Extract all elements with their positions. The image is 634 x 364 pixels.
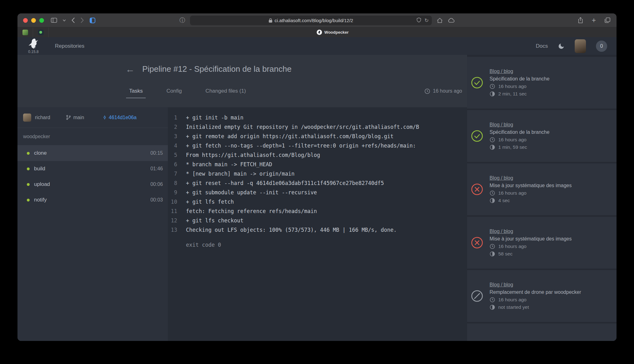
line-number: 6 bbox=[168, 160, 177, 169]
line-text: fetch: Fetching reference refs/heads/mai… bbox=[177, 206, 317, 216]
build-list-item[interactable]: Blog / blog Remplacement de drone par wo… bbox=[467, 270, 617, 322]
app-body: ← Pipeline #12 - Spécification de la bra… bbox=[17, 55, 617, 341]
line-number: 11 bbox=[168, 206, 177, 216]
woodpecker-app: 0.15.8 Repositories Docs 0 ← bbox=[17, 37, 617, 341]
status-failure-icon bbox=[471, 183, 483, 196]
build-duration: 58 sec bbox=[498, 251, 513, 257]
build-repo-link[interactable]: Blog / blog bbox=[490, 282, 581, 288]
woodpecker-logo[interactable]: 0.15.8 bbox=[27, 38, 40, 54]
build-repo-link[interactable]: Blog / blog bbox=[490, 69, 549, 74]
line-text: + git lfs checkout bbox=[177, 216, 243, 225]
dark-mode-toggle-icon[interactable] bbox=[558, 43, 565, 50]
build-time-ago: 16 hours ago bbox=[498, 137, 527, 143]
forward-button[interactable] bbox=[80, 17, 84, 23]
console-output[interactable]: 1+ git init -b main 2Initialized empty G… bbox=[168, 107, 467, 341]
build-list-item[interactable]: Blog / blog Mise à jour systématique des… bbox=[467, 217, 617, 269]
step-status-dot bbox=[27, 152, 30, 155]
line-text: + git lfs fetch bbox=[177, 197, 234, 206]
duration-icon bbox=[490, 198, 495, 203]
build-list-item[interactable]: Blog / blog Spécification de la branche … bbox=[467, 57, 617, 109]
console-line: 5From https://git.athaliasoft.com/Blog/b… bbox=[168, 150, 467, 160]
line-number: 10 bbox=[168, 197, 177, 206]
step-row-clone[interactable]: clone 00:15 bbox=[17, 145, 168, 161]
step-duration: 00:03 bbox=[150, 197, 163, 203]
tab-tasks[interactable]: Tasks bbox=[129, 88, 143, 94]
user-badge[interactable]: 0 bbox=[596, 41, 607, 52]
commit-icon bbox=[102, 114, 107, 120]
workflow-label: woodpecker bbox=[17, 128, 168, 145]
build-repo-link[interactable]: Blog / blog bbox=[490, 175, 572, 181]
branch-icon bbox=[66, 114, 71, 120]
tab-changed-files[interactable]: Changed files (1) bbox=[206, 88, 246, 94]
extensions-icon[interactable] bbox=[417, 17, 421, 23]
commit-hash[interactable]: 4614d1e06a bbox=[109, 115, 137, 120]
steps-panel: richard main 4614d1e06a woodp bbox=[17, 107, 168, 341]
line-number: 5 bbox=[168, 150, 177, 160]
build-repo-link[interactable]: Blog / blog bbox=[490, 122, 549, 128]
active-tab[interactable]: Woodpecker bbox=[49, 27, 617, 37]
build-list-item[interactable]: Blog / blog bbox=[467, 323, 617, 341]
line-number: 7 bbox=[168, 169, 177, 178]
nav-repositories-link[interactable]: Repositories bbox=[55, 43, 85, 49]
build-list-item[interactable]: Blog / blog Mise à jour systématique des… bbox=[467, 163, 617, 215]
pinned-tab-1[interactable] bbox=[17, 27, 33, 37]
clock-icon bbox=[490, 244, 495, 249]
pinned-tab-2[interactable] bbox=[33, 27, 49, 37]
clock-icon bbox=[490, 190, 495, 196]
status-success-icon bbox=[471, 76, 483, 89]
line-number: 12 bbox=[168, 216, 177, 225]
minimize-window-button[interactable] bbox=[31, 18, 36, 23]
console-line: 10+ git lfs fetch bbox=[168, 197, 467, 206]
close-window-button[interactable] bbox=[23, 18, 28, 23]
step-duration: 00:15 bbox=[150, 150, 163, 156]
tab-config[interactable]: Config bbox=[166, 88, 182, 94]
build-duration: 4 sec bbox=[498, 198, 510, 203]
pipeline-header: ← Pipeline #12 - Spécification de la bra… bbox=[17, 55, 467, 107]
home-icon[interactable] bbox=[437, 18, 443, 23]
exit-code: exit code 0 bbox=[168, 240, 467, 250]
docs-link[interactable]: Docs bbox=[536, 43, 548, 49]
page-info-icon[interactable]: ⓘ bbox=[179, 17, 185, 24]
address-bar[interactable]: ci.athaliasoft.com/Blog/blog/build/12/2 … bbox=[190, 16, 432, 25]
pipeline-title: Pipeline #12 - Spécification de la branc… bbox=[142, 64, 291, 74]
zoom-window-button[interactable] bbox=[39, 18, 44, 23]
sidebar-toggle-icon[interactable] bbox=[51, 18, 57, 23]
line-text: Checking out LFS objects: 100% (573/573)… bbox=[177, 225, 397, 235]
cloud-icon[interactable] bbox=[448, 18, 455, 23]
build-repo-link[interactable]: Blog / blog bbox=[490, 229, 572, 234]
build-duration: not started yet bbox=[498, 304, 529, 310]
line-text: + git reset --hard -q 4614d1e06a3dabf311… bbox=[177, 178, 384, 188]
build-duration: 2 min, 11 sec bbox=[498, 91, 527, 97]
back-button[interactable] bbox=[71, 17, 75, 23]
line-number: 4 bbox=[168, 141, 177, 150]
user-avatar[interactable] bbox=[575, 39, 586, 53]
window-controls bbox=[23, 18, 44, 23]
step-row-notify[interactable]: notify 00:03 bbox=[17, 192, 168, 208]
step-name: upload bbox=[34, 181, 50, 187]
build-message: Spécification de la branche bbox=[490, 129, 549, 135]
tab-group-icon[interactable] bbox=[90, 17, 95, 23]
back-arrow-icon[interactable]: ← bbox=[125, 65, 135, 74]
share-icon[interactable] bbox=[578, 17, 583, 23]
step-row-upload[interactable]: upload 00:06 bbox=[17, 177, 168, 192]
build-duration: 1 min, 59 sec bbox=[498, 144, 527, 150]
reload-icon[interactable]: ↻ bbox=[425, 17, 429, 23]
step-duration: 01:46 bbox=[150, 166, 163, 172]
console-line: 11fetch: Fetching reference refs/heads/m… bbox=[168, 206, 467, 216]
branch-name[interactable]: main bbox=[73, 115, 84, 120]
console-line: 2Initialized empty Git repository in /wo… bbox=[168, 122, 467, 132]
step-row-build[interactable]: build 01:46 bbox=[17, 161, 168, 177]
chevron-down-icon[interactable] bbox=[63, 19, 66, 22]
line-number: 13 bbox=[168, 225, 177, 235]
console-line: 8+ git reset --hard -q 4614d1e06a3dabf31… bbox=[168, 178, 467, 188]
new-tab-icon[interactable]: + bbox=[592, 16, 596, 25]
tab-overview-icon[interactable] bbox=[605, 17, 610, 23]
line-number: 8 bbox=[168, 178, 177, 188]
build-message: Mise à jour systématique des images bbox=[490, 236, 572, 242]
build-time-ago: 16 hours ago bbox=[498, 297, 527, 303]
duration-icon bbox=[490, 304, 495, 310]
url-text: ci.athaliasoft.com/Blog/blog/build/12/2 bbox=[275, 18, 353, 23]
active-tab-title: Woodpecker bbox=[324, 30, 349, 35]
build-list-item[interactable]: Blog / blog Spécification de la branche … bbox=[467, 110, 617, 162]
duration-icon bbox=[490, 144, 495, 150]
